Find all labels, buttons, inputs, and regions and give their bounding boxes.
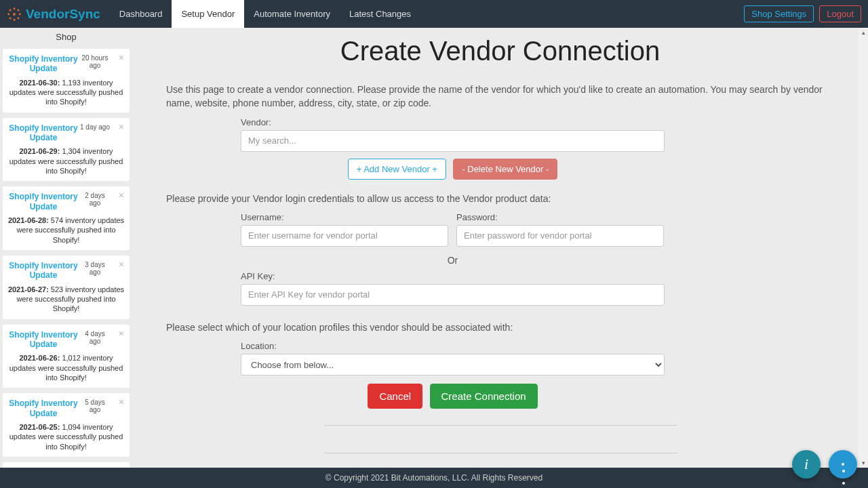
- notification-body: 2021-06-26: 1,012 inventory updates were…: [7, 353, 125, 382]
- notification-card: Shopify Inventory Update5+ days ago×2021…: [3, 462, 130, 468]
- apikey-input[interactable]: [241, 284, 665, 306]
- notification-time: 5 days ago: [80, 397, 110, 413]
- sidebar: Shop Shopify Inventory Update20 hours ag…: [0, 28, 132, 468]
- username-label: Username:: [241, 212, 448, 222]
- password-input[interactable]: [456, 225, 664, 247]
- logout-button[interactable]: Logout: [819, 5, 861, 22]
- notification-time: 2 days ago: [80, 190, 110, 207]
- brand-logo-icon: [7, 7, 22, 22]
- scrollbar[interactable]: ▴ ▾: [859, 28, 868, 468]
- separator: [324, 425, 677, 426]
- or-divider: Or: [241, 255, 665, 266]
- apikey-label: API Key:: [241, 271, 665, 281]
- add-new-vendor-button[interactable]: + Add New Vendor +: [348, 159, 446, 180]
- svg-point-1: [14, 7, 16, 9]
- notification-body: 2021-06-29: 1,304 inventory updates were…: [7, 146, 125, 176]
- nav-tab-setup-vendor[interactable]: Setup Vendor: [172, 0, 244, 28]
- notification-body: 2021-06-30: 1,193 inventory updates were…: [7, 78, 125, 107]
- close-icon[interactable]: ×: [117, 329, 125, 338]
- nav-tab-dashboard[interactable]: Dashboard: [110, 0, 172, 28]
- notification-card: Shopify Inventory Update2 days ago×2021-…: [3, 186, 130, 250]
- nav-tab-automate-inventory[interactable]: Automate Inventory: [244, 0, 340, 28]
- svg-point-7: [17, 9, 19, 11]
- creds-intro-text: Please provide your Vendor login credent…: [166, 192, 834, 205]
- intro-text: Use this page to create a vendor connect…: [166, 83, 834, 110]
- notification-title[interactable]: Shopify Inventory Update: [7, 397, 80, 418]
- notification-card: Shopify Inventory Update3 days ago×2021-…: [3, 256, 130, 319]
- chat-float-button[interactable]: [829, 450, 857, 479]
- password-label: Password:: [456, 212, 664, 222]
- notification-title[interactable]: Shopify Inventory Update: [7, 122, 80, 143]
- svg-point-4: [19, 13, 21, 15]
- notification-body: 2021-06-27: 523 inventory updates were s…: [7, 285, 125, 314]
- nav-right: Shop Settings Logout: [744, 5, 868, 22]
- cancel-button[interactable]: Cancel: [368, 384, 422, 409]
- main-content: Create Vendor Connection Use this page t…: [132, 28, 868, 468]
- notification-title[interactable]: Shopify Inventory Update: [7, 329, 80, 350]
- svg-point-8: [9, 17, 12, 19]
- notification-body: 2021-06-28: 574 inventory updates were s…: [7, 216, 125, 245]
- close-icon[interactable]: ×: [117, 190, 125, 200]
- notification-time: 20 hours ago: [80, 53, 110, 69]
- nav-tabs: Dashboard Setup Vendor Automate Inventor…: [110, 0, 420, 28]
- svg-point-0: [13, 12, 16, 15]
- notification-time: 1 day ago: [80, 122, 110, 131]
- username-input[interactable]: [241, 225, 448, 247]
- scroll-down-icon[interactable]: ▾: [859, 458, 868, 468]
- brand-text: VendorSync: [26, 7, 100, 22]
- close-icon[interactable]: ×: [117, 397, 125, 407]
- nav-tab-latest-changes[interactable]: Latest Changes: [340, 0, 420, 28]
- notification-time: 3 days ago: [80, 260, 110, 276]
- close-icon[interactable]: ×: [117, 122, 125, 131]
- location-select[interactable]: Choose from below...: [241, 354, 665, 375]
- footer-text: © Copyright 2021 Bit Automations, LLC. A…: [326, 473, 542, 483]
- vendor-button-row: + Add New Vendor + - Delete New Vendor -: [241, 159, 665, 180]
- footer: © Copyright 2021 Bit Automations, LLC. A…: [0, 468, 868, 488]
- separator: [324, 453, 677, 453]
- brand: VendorSync: [0, 7, 110, 22]
- notification-card: Shopify Inventory Update5 days ago×2021-…: [3, 393, 130, 457]
- location-label: Location:: [241, 341, 665, 351]
- notification-card: Shopify Inventory Update4 days ago×2021-…: [3, 325, 130, 388]
- svg-point-2: [14, 18, 16, 20]
- notification-title[interactable]: Shopify Inventory Update: [7, 190, 80, 211]
- page-title: Create Vendor Connection: [166, 36, 834, 66]
- notification-title[interactable]: Shopify Inventory Update: [7, 260, 80, 281]
- delete-new-vendor-button[interactable]: - Delete New Vendor -: [453, 159, 557, 180]
- vendor-label: Vendor:: [241, 117, 665, 127]
- info-icon: i: [804, 455, 808, 473]
- notification-body: 2021-06-25: 1,094 inventory updates were…: [7, 422, 125, 451]
- scroll-up-icon[interactable]: ▴: [859, 28, 868, 37]
- notification-card: Shopify Inventory Update1 day ago×2021-0…: [3, 118, 130, 182]
- create-connection-button[interactable]: Create Connection: [430, 384, 538, 409]
- shop-settings-button[interactable]: Shop Settings: [744, 5, 814, 22]
- svg-point-3: [7, 13, 9, 15]
- top-navbar: VendorSync Dashboard Setup Vendor Automa…: [0, 0, 868, 28]
- sidebar-header: Shop: [0, 28, 132, 46]
- notification-card: Shopify Inventory Update20 hours ago×202…: [3, 49, 130, 113]
- vendor-search-input[interactable]: [241, 130, 665, 152]
- close-icon[interactable]: ×: [117, 260, 125, 269]
- notification-list: Shopify Inventory Update20 hours ago×202…: [0, 49, 132, 468]
- notification-time: 4 days ago: [80, 329, 110, 345]
- info-float-button[interactable]: i: [792, 450, 821, 479]
- close-icon[interactable]: ×: [117, 53, 125, 62]
- location-intro-text: Please select which of your location pro…: [166, 321, 834, 334]
- chat-dots-icon: [842, 463, 844, 466]
- svg-point-5: [9, 9, 12, 11]
- svg-point-6: [17, 17, 19, 19]
- notification-title[interactable]: Shopify Inventory Update: [7, 53, 80, 74]
